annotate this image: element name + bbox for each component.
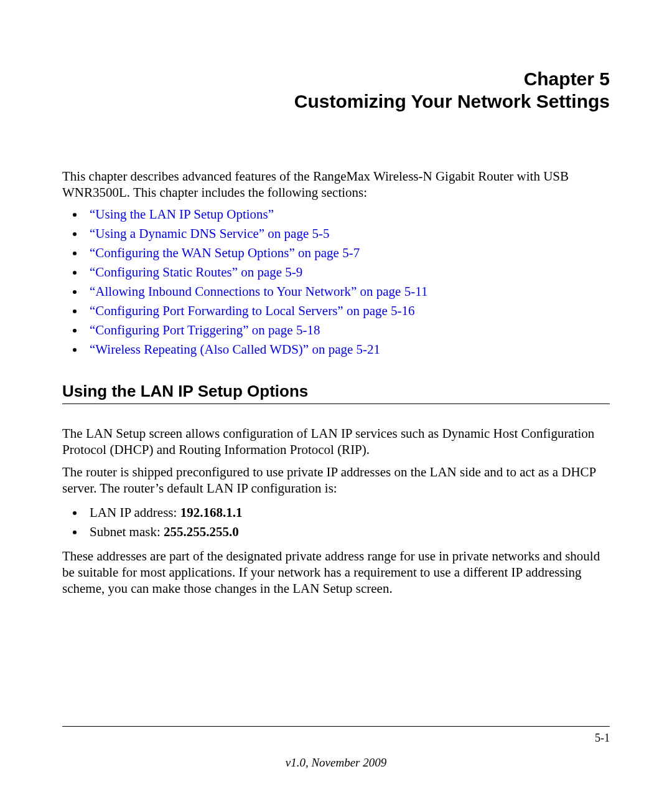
toc-item: “Using the LAN IP Setup Options” — [85, 205, 610, 224]
page-footer: 5-1 v1.0, November 2009 — [62, 726, 610, 770]
toc-link[interactable]: “Configuring Port Forwarding to Local Se… — [90, 303, 415, 318]
document-page: Chapter 5 Customizing Your Network Setti… — [0, 0, 672, 807]
toc-item: “Allowing Inbound Connections to Your Ne… — [85, 282, 610, 301]
toc-link[interactable]: “Configuring Static Routes” on page 5-9 — [90, 265, 302, 280]
config-list: LAN IP address: 192.168.1.1 Subnet mask:… — [62, 503, 610, 542]
toc-item: “Using a Dynamic DNS Service” on page 5-… — [85, 224, 610, 243]
toc-link[interactable]: “Allowing Inbound Connections to Your Ne… — [90, 284, 427, 299]
toc-item: “Wireless Repeating (Also Called WDS)” o… — [85, 340, 610, 359]
toc-link[interactable]: “Configuring the WAN Setup Options” on p… — [90, 245, 360, 260]
config-value: 192.168.1.1 — [180, 505, 243, 520]
toc-link[interactable]: “Configuring Port Triggering” on page 5-… — [90, 323, 320, 337]
config-label: LAN IP address: — [90, 505, 180, 520]
intro-paragraph: This chapter describes advanced features… — [62, 168, 610, 201]
chapter-title: Customizing Your Network Settings — [62, 91, 610, 112]
toc-link[interactable]: “Wireless Repeating (Also Called WDS)” o… — [90, 342, 380, 357]
footer-rule — [62, 726, 610, 727]
toc-item: “Configuring Port Triggering” on page 5-… — [85, 321, 610, 340]
config-item-subnet: Subnet mask: 255.255.255.0 — [85, 522, 610, 542]
section-heading: Using the LAN IP Setup Options — [62, 382, 610, 404]
page-number: 5-1 — [62, 732, 610, 745]
toc-item: “Configuring Static Routes” on page 5-9 — [85, 263, 610, 282]
config-value: 255.255.255.0 — [164, 524, 239, 539]
chapter-heading: Chapter 5 Customizing Your Network Setti… — [62, 68, 610, 112]
toc-item: “Configuring the WAN Setup Options” on p… — [85, 243, 610, 263]
body-paragraph: These addresses are part of the designat… — [62, 548, 610, 597]
body-paragraph: The LAN Setup screen allows configuratio… — [62, 425, 610, 458]
toc-link[interactable]: “Using a Dynamic DNS Service” on page 5-… — [90, 226, 329, 241]
body-paragraph: The router is shipped preconfigured to u… — [62, 464, 610, 497]
config-label: Subnet mask: — [90, 524, 164, 539]
toc-link[interactable]: “Using the LAN IP Setup Options” — [90, 207, 274, 222]
chapter-number: Chapter 5 — [62, 68, 610, 90]
toc-list: “Using the LAN IP Setup Options” “Using … — [62, 205, 610, 359]
toc-item: “Configuring Port Forwarding to Local Se… — [85, 301, 610, 321]
config-item-lan-ip: LAN IP address: 192.168.1.1 — [85, 503, 610, 522]
version-line: v1.0, November 2009 — [62, 756, 610, 770]
